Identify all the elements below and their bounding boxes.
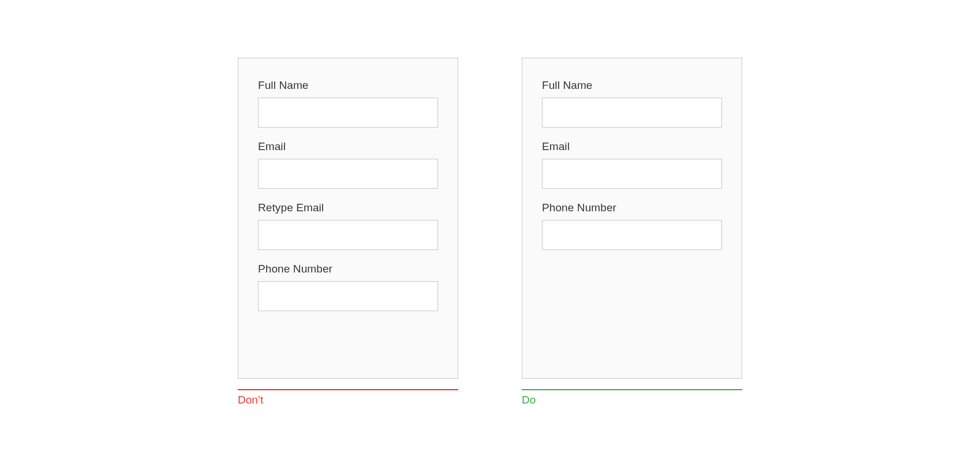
- form-field: Phone Number: [258, 263, 438, 311]
- form-field: Email: [258, 140, 438, 189]
- email-label: Email: [258, 140, 438, 153]
- email-input[interactable]: [258, 159, 438, 189]
- caption-rule-dont: [238, 389, 458, 390]
- phone-number-input[interactable]: [258, 281, 438, 311]
- caption-dont: Don’t: [238, 394, 458, 406]
- form-field: Full Name: [542, 79, 722, 128]
- form-field: Phone Number: [542, 201, 722, 250]
- caption-rule-do: [522, 389, 742, 390]
- full-name-label: Full Name: [258, 79, 438, 92]
- example-do: Full Name Email Phone Number Do: [522, 58, 742, 406]
- form-field: Full Name: [258, 79, 438, 128]
- form-panel-dont: Full Name Email Retype Email Phone Numbe…: [238, 58, 458, 379]
- email-input[interactable]: [542, 159, 722, 189]
- phone-number-label: Phone Number: [542, 201, 722, 214]
- retype-email-label: Retype Email: [258, 201, 438, 214]
- phone-number-input[interactable]: [542, 220, 722, 250]
- full-name-input[interactable]: [542, 98, 722, 128]
- form-field: Retype Email: [258, 201, 438, 250]
- caption-do: Do: [522, 394, 742, 406]
- phone-number-label: Phone Number: [258, 263, 438, 275]
- retype-email-input[interactable]: [258, 220, 438, 250]
- full-name-label: Full Name: [542, 79, 722, 92]
- form-field: Email: [542, 140, 722, 189]
- example-dont: Full Name Email Retype Email Phone Numbe…: [238, 58, 458, 406]
- full-name-input[interactable]: [258, 98, 438, 128]
- form-panel-do: Full Name Email Phone Number: [522, 58, 742, 379]
- email-label: Email: [542, 140, 722, 153]
